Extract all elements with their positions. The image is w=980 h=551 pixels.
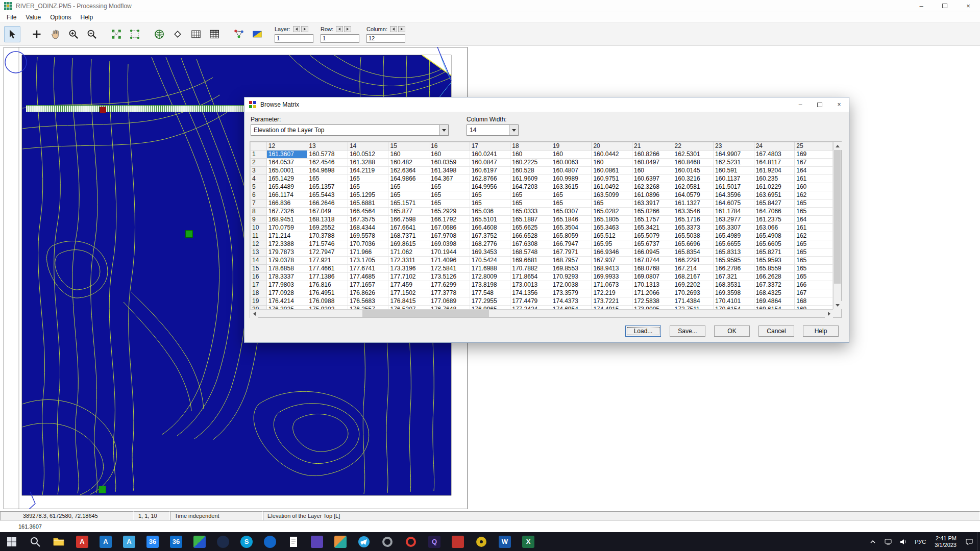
matrix-cell[interactable]: 161.5017: [714, 183, 754, 191]
matrix-cell[interactable]: 165.6625: [510, 224, 551, 232]
matrix-cell[interactable]: 165.9593: [754, 257, 795, 265]
taskbar-app-2[interactable]: A: [94, 532, 117, 551]
column-spin-left[interactable]: [390, 26, 397, 32]
matrix-cell[interactable]: 164.9866: [388, 175, 429, 183]
ok-button[interactable]: OK: [714, 325, 750, 337]
matrix-cell[interactable]: 175.9202: [307, 306, 348, 310]
col-header-20[interactable]: 20: [592, 142, 632, 151]
matrix-cell[interactable]: 177.4479: [510, 297, 551, 306]
col-header-15[interactable]: 15: [388, 142, 429, 151]
layer-spin-left[interactable]: [293, 26, 300, 32]
matrix-cell[interactable]: 166.1174: [266, 191, 307, 199]
matrix-cell[interactable]: 160: [510, 151, 551, 159]
matrix-cell[interactable]: 165: [348, 175, 388, 183]
matrix-cell[interactable]: 165: [551, 191, 592, 199]
column-width-combo[interactable]: 14: [467, 124, 519, 136]
matrix-cell[interactable]: 170.1313: [632, 281, 673, 289]
zoom-in-icon[interactable]: [65, 26, 82, 42]
col-header-21[interactable]: 21: [632, 142, 673, 151]
save-button[interactable]: Save...: [670, 325, 705, 337]
column-width-combo-arrow-icon[interactable]: [509, 125, 518, 135]
matrix-cell[interactable]: 177.2424: [510, 306, 551, 310]
matrix-cell[interactable]: 167.049: [307, 208, 348, 216]
matrix-cell[interactable]: 168.7957: [551, 257, 592, 265]
col-header-25[interactable]: 25: [795, 142, 833, 151]
help-button[interactable]: Help: [803, 325, 839, 337]
matrix-cell[interactable]: 164.7203: [510, 183, 551, 191]
dialog-titlebar[interactable]: Browse Matrix – ×: [244, 97, 849, 112]
matrix-cell[interactable]: 169.3598: [714, 289, 754, 297]
matrix-cell[interactable]: 168.7371: [388, 232, 429, 240]
matrix-cell[interactable]: 165.0266: [632, 208, 673, 216]
col-header-14[interactable]: 14: [348, 142, 388, 151]
matrix-cell[interactable]: 160.0145: [673, 167, 714, 175]
matrix-cell[interactable]: 176.4214: [266, 297, 307, 306]
matrix-cell[interactable]: 165.1805: [592, 216, 632, 224]
matrix-cell[interactable]: 165.0333: [510, 208, 551, 216]
matrix-cell[interactable]: 160.6197: [470, 167, 510, 175]
matrix-cell[interactable]: 168.3531: [714, 281, 754, 289]
file-explorer[interactable]: [47, 532, 70, 551]
volume-icon[interactable]: [896, 532, 911, 551]
network-icon[interactable]: [880, 532, 896, 551]
matrix-cell[interactable]: 165.4908: [754, 232, 795, 240]
matrix-cell[interactable]: 160.0512: [348, 151, 388, 159]
matrix-cell[interactable]: 169: [795, 306, 833, 310]
matrix-cell[interactable]: 168.9413: [592, 265, 632, 273]
parameter-combo-arrow-icon[interactable]: [439, 125, 448, 135]
matrix-cell[interactable]: 161.0229: [754, 183, 795, 191]
matrix-cell[interactable]: 167.6641: [388, 224, 429, 232]
zoom-out-icon[interactable]: [84, 26, 100, 42]
row-header-11[interactable]: 11: [251, 232, 267, 240]
vertical-scroll-thumb[interactable]: [834, 150, 841, 284]
matrix-cell[interactable]: 177.921: [307, 257, 348, 265]
matrix-cell[interactable]: 168.2167: [673, 273, 714, 281]
taskbar-app-11[interactable]: [305, 532, 329, 551]
matrix-cell[interactable]: 165: [592, 199, 632, 208]
matrix-cell[interactable]: 177.3778: [429, 289, 470, 297]
matrix-cell[interactable]: 160.0063: [551, 159, 592, 167]
matrix-cell[interactable]: 165.5038: [673, 232, 714, 240]
taskbar-app-4[interactable]: 36: [141, 532, 164, 551]
cell-diamond-icon[interactable]: [169, 26, 186, 42]
matrix-cell[interactable]: 161.3498: [429, 167, 470, 175]
matrix-grid-icon[interactable]: [188, 26, 204, 42]
row-spin-left[interactable]: [336, 26, 343, 32]
matrix-cell[interactable]: 160.235: [754, 175, 795, 183]
matrix-cell[interactable]: 164.9907: [714, 151, 754, 159]
matrix-cell[interactable]: 160.528: [510, 167, 551, 175]
scroll-down-icon[interactable]: [834, 301, 842, 309]
matrix-cell[interactable]: 161.3607: [266, 151, 307, 159]
matrix-cell[interactable]: 165.9595: [714, 257, 754, 265]
col-header-24[interactable]: 24: [754, 142, 795, 151]
matrix-cell[interactable]: 165.1716: [673, 216, 714, 224]
matrix-cell[interactable]: 165: [429, 183, 470, 191]
matrix-cell[interactable]: 165.5443: [307, 191, 348, 199]
matrix-cell[interactable]: 165.8313: [714, 248, 754, 257]
select-cursor-icon[interactable]: [4, 26, 20, 42]
matrix-cell[interactable]: 173.3579: [551, 289, 592, 297]
search-button[interactable]: [23, 532, 47, 551]
matrix-cell[interactable]: 160.8468: [673, 159, 714, 167]
matrix-cell[interactable]: 166.6528: [510, 232, 551, 240]
matrix-cell[interactable]: 169.0398: [429, 240, 470, 248]
matrix-cell[interactable]: 176.4951: [307, 289, 348, 297]
color-map-icon[interactable]: [249, 26, 265, 42]
matrix-cell[interactable]: 165: [429, 191, 470, 199]
menu-item-value[interactable]: Value: [21, 13, 45, 22]
matrix-cell[interactable]: 162.8766: [470, 175, 510, 183]
matrix-cell[interactable]: 165.2929: [429, 208, 470, 216]
matrix-cell[interactable]: 165.95: [592, 240, 632, 248]
matrix-cell[interactable]: 173.9005: [632, 306, 673, 310]
matrix-cell[interactable]: 171.2066: [632, 289, 673, 297]
matrix-cell[interactable]: 167.7326: [266, 208, 307, 216]
matrix-cell[interactable]: 172.8009: [470, 273, 510, 281]
matrix-cell[interactable]: 165: [795, 199, 833, 208]
row-header-10[interactable]: 10: [251, 224, 267, 232]
matrix-cell[interactable]: 165.8059: [551, 232, 592, 240]
matrix-cell[interactable]: 178.3337: [266, 273, 307, 281]
matrix-cell[interactable]: 160: [592, 159, 632, 167]
matrix-cell[interactable]: 164.367: [429, 175, 470, 183]
matrix-cell[interactable]: 165.4489: [266, 183, 307, 191]
matrix-cell[interactable]: 167: [795, 159, 833, 167]
